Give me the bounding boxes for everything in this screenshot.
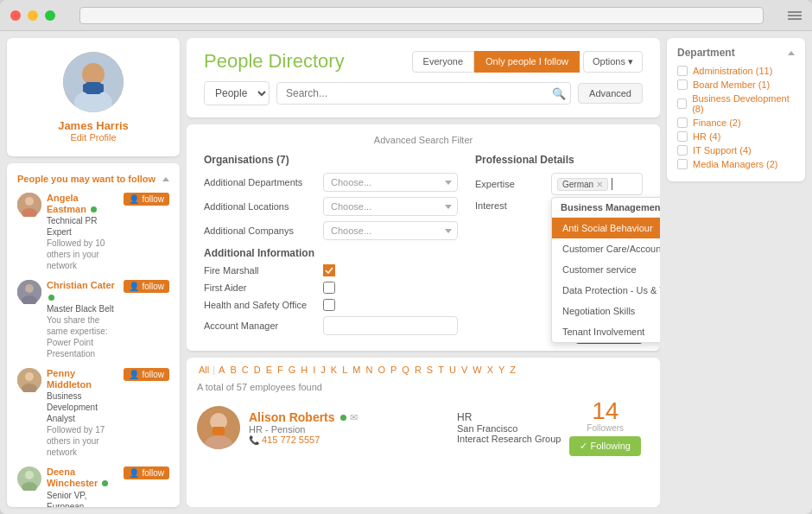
dept-checkbox[interactable] (677, 131, 688, 142)
alpha-f[interactable]: F (276, 365, 285, 375)
person-info: Deena Winchester Senior VP, European Ope… (47, 466, 118, 507)
alpha-i[interactable]: I (311, 365, 317, 375)
followers-label: Followers (569, 423, 641, 433)
alpha-b[interactable]: B (228, 365, 238, 375)
search-icon-button[interactable]: 🔍 (552, 87, 566, 100)
alpha-d[interactable]: D (252, 365, 263, 375)
company-select[interactable]: Choose... (323, 221, 458, 240)
follow-button[interactable]: 👤 follow (124, 193, 169, 206)
alpha-h[interactable]: H (299, 365, 309, 375)
online-indicator (91, 206, 97, 213)
alpha-l[interactable]: L (340, 365, 349, 375)
dept-checkbox[interactable] (677, 98, 687, 109)
dropdown-item[interactable]: Anti Social Behaviour (552, 218, 660, 238)
maximize-btn[interactable] (45, 10, 55, 21)
alpha-g[interactable]: G (287, 365, 298, 375)
dept-select[interactable]: Choose... (323, 173, 458, 192)
following-button[interactable]: ✓ Following (569, 436, 641, 456)
prof-details-title: Professional Details (475, 154, 643, 166)
dropdown-item[interactable]: Data Protection - Us & The Law (552, 280, 660, 301)
fire-marshall-checkbox[interactable] (323, 264, 335, 276)
alpha-all[interactable]: All (197, 365, 211, 375)
first-aider-row: First Aider (204, 282, 458, 294)
first-aider-checkbox[interactable] (323, 282, 335, 294)
health-safety-checkbox[interactable] (323, 299, 335, 311)
collapse-icon[interactable] (162, 177, 169, 181)
loc-select[interactable]: Choose... (323, 197, 458, 216)
alpha-q[interactable]: Q (400, 365, 411, 375)
dept-name[interactable]: Administration (11) (693, 66, 772, 76)
alpha-c[interactable]: C (240, 365, 251, 375)
result-person-name[interactable]: Alison Roberts (249, 410, 335, 424)
alpha-s[interactable]: S (425, 365, 435, 375)
alpha-p[interactable]: P (389, 365, 398, 375)
dept-checkbox[interactable] (677, 66, 688, 76)
alpha-k[interactable]: K (329, 365, 339, 375)
menu-icon[interactable] (788, 11, 802, 20)
alpha-x[interactable]: X (485, 365, 495, 375)
alpha-bar: All | A B C D E F G H I J K L M N O (197, 365, 650, 375)
dept-name[interactable]: IT Support (4) (693, 145, 752, 155)
address-bar[interactable] (79, 7, 764, 24)
filter-panel-title: Advanced Search Filter (204, 135, 643, 145)
alpha-u[interactable]: U (447, 365, 458, 375)
search-input[interactable] (276, 82, 571, 105)
search-type-select[interactable]: People (204, 81, 270, 105)
alpha-w[interactable]: W (471, 365, 483, 375)
alpha-o[interactable]: O (376, 365, 387, 375)
alpha-z[interactable]: Z (508, 365, 517, 375)
dept-checkbox[interactable] (677, 159, 688, 169)
alpha-n[interactable]: N (364, 365, 374, 375)
result-phone[interactable]: 415 772 5557 (262, 435, 320, 445)
alpha-e[interactable]: E (264, 365, 274, 375)
expertise-field[interactable]: German ✕ (551, 173, 643, 195)
dept-name[interactable]: Board Member (1) (693, 79, 770, 90)
dept-checkbox[interactable] (677, 79, 688, 90)
dept-row: Additional Departments Choose... (204, 173, 458, 192)
dropdown-item[interactable]: Tenant Involvement (552, 321, 660, 342)
dept-checkbox[interactable] (677, 117, 688, 128)
follow-suggestions-card: People you may want to follow (7, 163, 180, 507)
list-item: IT Support (4) (677, 145, 795, 155)
result-info: Alison Roberts ✉ HR - Pension 📞 415 772 … (249, 410, 448, 445)
page-header: People Directory Everyone Only people I … (187, 38, 660, 117)
alpha-a[interactable]: A (217, 365, 226, 375)
expertise-dropdown: Business Management Anti Social Behaviou… (551, 197, 660, 343)
account-manager-input[interactable] (323, 316, 458, 335)
alpha-j[interactable]: J (319, 365, 327, 375)
dropdown-item[interactable]: Customer service (552, 259, 660, 280)
dept-name[interactable]: HR (4) (693, 131, 720, 142)
dept-checkbox[interactable] (677, 145, 688, 155)
avatar (17, 466, 41, 491)
dropdown-item[interactable]: Negotiation Skills (552, 301, 660, 321)
edit-profile-link[interactable]: Edit Profile (21, 132, 166, 143)
filter-left: Organisations (7) Additional Departments… (204, 154, 458, 340)
follow-button[interactable]: 👤 follow (124, 280, 169, 293)
alpha-r[interactable]: R (413, 365, 423, 375)
alpha-y[interactable]: Y (497, 365, 506, 375)
person-role: Master Black Belt (47, 303, 118, 314)
dept-name[interactable]: Media Managers (2) (693, 159, 777, 169)
dept-name[interactable]: Finance (2) (693, 117, 741, 128)
follow-button[interactable]: 👤 follow (124, 466, 169, 479)
dropdown-item[interactable]: Customer Care/Account Management (552, 238, 660, 259)
list-item: Penny Middleton Business Development Ana… (17, 368, 169, 458)
close-btn[interactable] (10, 10, 21, 21)
collapse-dept-icon[interactable] (788, 51, 795, 55)
alpha-v[interactable]: V (460, 365, 469, 375)
options-tab[interactable]: Options ▾ (583, 51, 643, 73)
minimize-btn[interactable] (28, 10, 38, 21)
list-item: Business Development (8) (677, 93, 795, 114)
filter-body: Organisations (7) Additional Departments… (204, 154, 643, 340)
interest-label: Interest (475, 200, 544, 211)
dept-name[interactable]: Business Development (8) (692, 93, 795, 114)
alpha-m[interactable]: M (351, 365, 362, 375)
email-icon: ✉ (350, 412, 358, 423)
follow-button[interactable]: 👤 follow (124, 368, 169, 381)
only-follow-tab[interactable]: Only people I follow (474, 51, 580, 73)
alpha-t[interactable]: T (436, 365, 446, 375)
advanced-search-button[interactable]: Advanced (578, 83, 643, 104)
search-input-wrap: 🔍 (276, 82, 571, 105)
everyone-tab[interactable]: Everyone (412, 51, 474, 73)
remove-tag-button[interactable]: ✕ (596, 180, 603, 189)
